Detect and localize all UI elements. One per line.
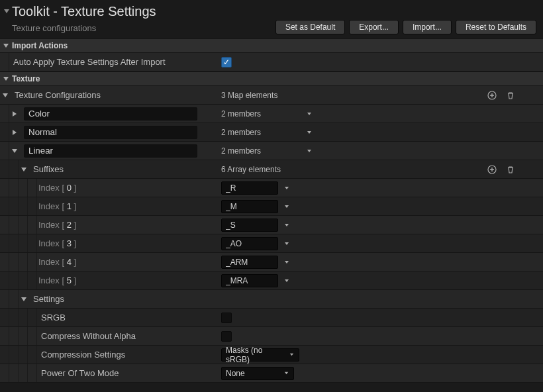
section-toggle-import-actions[interactable] — [3, 42, 12, 49]
suffix-index-0-input[interactable] — [221, 181, 278, 195]
reset-to-defaults-button[interactable]: Reset to Defaults — [456, 20, 536, 34]
color-members-text: 2 members — [221, 109, 261, 119]
texture-configurations-label: Texture Configurations — [11, 90, 101, 100]
import-button[interactable]: Import... — [403, 20, 452, 34]
suffix-index-3-label: Index [ 3 ] — [37, 238, 76, 248]
section-label-import-actions: Import Actions — [12, 41, 68, 50]
srgb-checkbox[interactable] — [221, 313, 232, 323]
compression-settings-value: Masks (no sRGB) — [226, 346, 283, 364]
chevron-down-icon — [283, 370, 289, 376]
panel-title: Toolkit - Texture Settings — [12, 4, 275, 19]
linear-members-text: 2 members — [221, 146, 261, 156]
panel-subtitle: Texture configurations — [12, 23, 275, 33]
chevron-down-icon — [289, 352, 295, 358]
expand-settings[interactable] — [19, 296, 29, 303]
texture-configurations-count: 3 Map elements — [221, 91, 277, 100]
suffix-index-1-menu-icon[interactable] — [283, 203, 295, 210]
section-toggle-texture[interactable] — [3, 75, 12, 82]
suffix-index-5-menu-icon[interactable] — [283, 277, 295, 284]
suffix-index-1-label: Index [ 1 ] — [37, 201, 76, 211]
export-button[interactable]: Export... — [349, 20, 399, 34]
add-map-element-icon[interactable] — [486, 89, 498, 101]
suffix-index-2-input[interactable] — [221, 219, 278, 232]
suffix-index-4-menu-icon[interactable] — [283, 259, 295, 266]
compress-without-alpha-checkbox[interactable] — [221, 331, 232, 342]
suffix-index-3-menu-icon[interactable] — [283, 240, 295, 247]
power-of-two-mode-dropdown[interactable]: None — [221, 367, 294, 380]
suffix-index-0-menu-icon[interactable] — [283, 185, 295, 191]
auto-apply-label: Auto Apply Texture Settings After Import — [9, 57, 166, 67]
section-label-texture: Texture — [12, 74, 40, 83]
suffix-index-4-label: Index [ 4 ] — [37, 257, 76, 267]
settings-label: Settings — [29, 294, 64, 304]
map-key-color-input[interactable] — [24, 107, 197, 121]
auto-apply-checkbox[interactable] — [221, 57, 232, 68]
compression-settings-label: Compression Settings — [37, 350, 125, 360]
expand-texture-configurations[interactable] — [0, 92, 11, 99]
suffix-index-5-label: Index [ 5 ] — [37, 275, 76, 285]
clear-suffixes-icon[interactable] — [505, 164, 517, 175]
suffix-index-1-input[interactable] — [221, 200, 278, 213]
suffix-index-5-input[interactable] — [221, 274, 278, 287]
suffix-index-0-label: Index [ 0 ] — [37, 183, 76, 193]
suffix-index-3-input[interactable] — [221, 237, 278, 250]
map-key-normal-input[interactable] — [24, 126, 197, 139]
add-suffix-icon[interactable] — [486, 164, 498, 175]
suffix-index-2-menu-icon[interactable] — [283, 222, 295, 228]
map-key-linear-input[interactable] — [24, 144, 197, 158]
power-of-two-mode-value: None — [226, 369, 245, 378]
expand-linear-entry[interactable] — [9, 148, 20, 154]
linear-entry-menu-icon[interactable] — [306, 148, 318, 154]
expand-color-entry[interactable] — [9, 111, 20, 117]
suffix-index-4-input[interactable] — [221, 256, 278, 269]
expand-normal-entry[interactable] — [9, 129, 20, 136]
compress-without-alpha-label: Compress Without Alpha — [37, 331, 136, 341]
panel-collapse-icon[interactable] — [3, 4, 11, 19]
suffix-index-2-label: Index [ 2 ] — [37, 220, 76, 230]
normal-entry-menu-icon[interactable] — [306, 129, 318, 136]
set-as-default-button[interactable]: Set as Default — [275, 20, 345, 34]
suffixes-label: Suffixes — [29, 164, 64, 174]
normal-members-text: 2 members — [221, 128, 261, 137]
suffixes-count: 6 Array elements — [221, 165, 281, 174]
color-entry-menu-icon[interactable] — [306, 111, 318, 117]
power-of-two-mode-label: Power Of Two Mode — [37, 368, 119, 378]
clear-map-elements-icon[interactable] — [505, 89, 517, 101]
compression-settings-dropdown[interactable]: Masks (no sRGB) — [221, 348, 299, 362]
expand-suffixes[interactable] — [19, 166, 29, 173]
srgb-label: SRGB — [37, 313, 66, 322]
